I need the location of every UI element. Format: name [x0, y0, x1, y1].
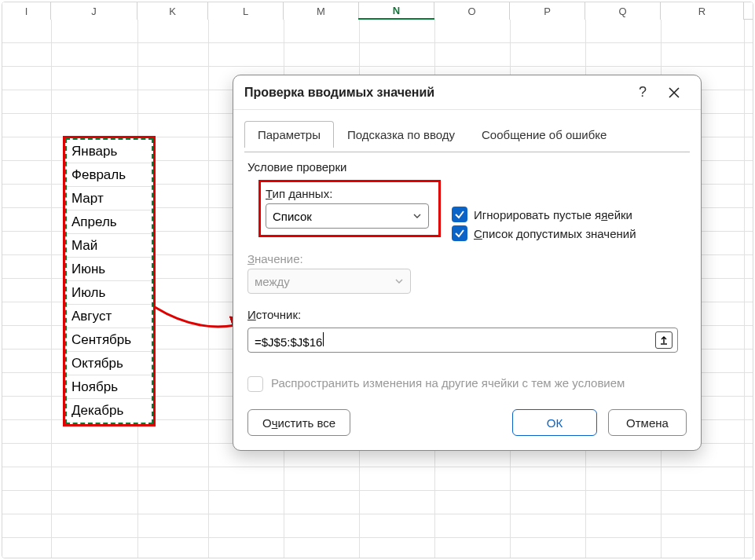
value-value: между	[255, 275, 290, 288]
value-label: Значение:	[247, 252, 687, 265]
type-highlight: Тип данных: Список	[258, 180, 441, 237]
column-header-Q[interactable]: Q	[585, 2, 661, 20]
close-button[interactable]	[658, 77, 690, 108]
column-header-P[interactable]: P	[510, 2, 585, 20]
source-label: Источник:	[247, 308, 687, 321]
close-icon	[668, 86, 680, 99]
source-range-highlight: ЯнварьФевральМартАпрельМайИюньИюльАвгуст…	[63, 136, 156, 426]
cancel-button[interactable]: Отмена	[608, 409, 687, 436]
column-header-M[interactable]: M	[284, 2, 359, 20]
dialog-title: Проверка вводимых значений	[244, 86, 627, 100]
ok-button[interactable]: ОК	[512, 409, 597, 436]
column-header-J[interactable]: J	[51, 2, 137, 20]
propagate-row: Распространить изменения на другие ячейк…	[233, 353, 701, 398]
propagate-label: Распространить изменения на другие ячейк…	[271, 376, 625, 390]
grid-row[interactable]	[2, 20, 753, 43]
chevron-down-icon	[412, 211, 422, 221]
tab-input-message[interactable]: Подсказка по вводу	[334, 121, 468, 148]
month-cell[interactable]: Ноябрь	[67, 375, 152, 399]
ignore-blank-checkbox[interactable]	[452, 207, 467, 222]
clear-all-button[interactable]: Очистить все	[247, 409, 350, 436]
data-validation-dialog: Проверка вводимых значений ? ПараметрыПо…	[233, 75, 702, 451]
month-cell[interactable]: Февраль	[67, 163, 152, 187]
grid-row[interactable]	[2, 514, 753, 538]
column-header-L[interactable]: L	[208, 2, 284, 20]
column-header-I[interactable]: I	[2, 2, 51, 20]
month-cell[interactable]: Октябрь	[67, 352, 152, 375]
value-select: между	[247, 269, 411, 294]
month-cell[interactable]: Сентябрь	[67, 328, 152, 352]
grid-row[interactable]	[2, 467, 753, 491]
ignore-blank-label: Игнорировать пустые яяейки	[474, 208, 632, 221]
source-value: =$J$5:$J$16	[255, 332, 655, 349]
help-button[interactable]: ?	[627, 77, 658, 108]
month-cell[interactable]: Декабрь	[67, 399, 152, 423]
in-cell-dropdown-label: Список допустимых значений	[474, 227, 636, 240]
grid-row[interactable]	[2, 43, 753, 67]
type-value: Список	[273, 210, 312, 223]
column-header-R[interactable]: R	[661, 2, 744, 20]
collapse-dialog-icon	[659, 335, 669, 345]
month-cell[interactable]: Июль	[67, 281, 152, 305]
column-header-K[interactable]: K	[137, 2, 208, 20]
grid-row[interactable]	[2, 491, 753, 514]
dialog-titlebar: Проверка вводимых значений ?	[233, 75, 701, 110]
month-cell[interactable]: Март	[67, 187, 152, 210]
range-picker-button[interactable]	[655, 331, 673, 349]
tab-parameters[interactable]: Параметры	[244, 121, 334, 148]
column-header-N[interactable]: N	[359, 2, 434, 20]
month-cell[interactable]: Январь	[67, 140, 152, 163]
source-input[interactable]: =$J$5:$J$16	[247, 328, 678, 353]
tab-error-alert[interactable]: Сообщение об ошибке	[468, 121, 620, 148]
in-cell-dropdown-checkbox[interactable]	[452, 225, 467, 241]
propagate-checkbox	[247, 376, 263, 392]
type-label: Тип данных:	[266, 187, 434, 200]
column-header-O[interactable]: O	[434, 2, 510, 20]
month-cell[interactable]: Август	[67, 305, 152, 328]
month-cell[interactable]: Апрель	[67, 210, 152, 234]
type-select[interactable]: Список	[266, 203, 429, 229]
month-cell[interactable]: Июнь	[67, 258, 152, 281]
chevron-down-icon	[394, 276, 404, 286]
month-cell[interactable]: Май	[67, 234, 152, 258]
